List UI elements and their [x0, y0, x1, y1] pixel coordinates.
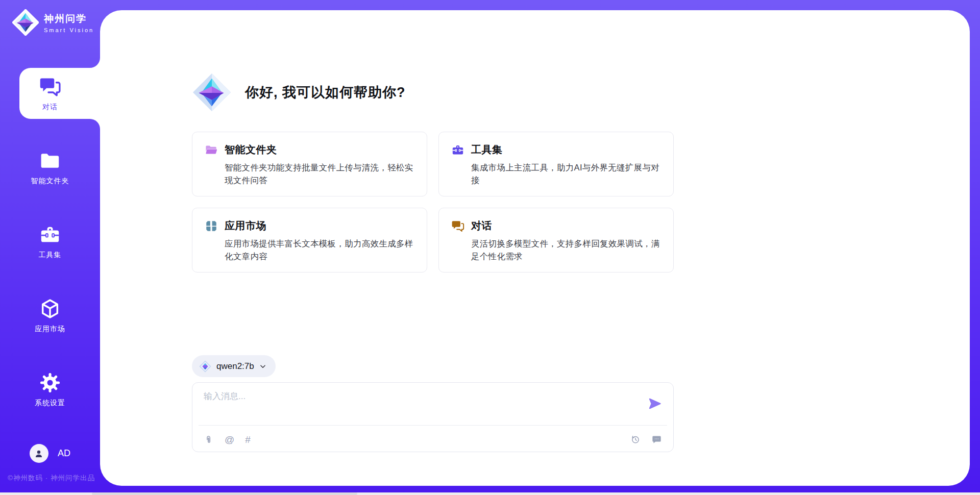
horizontal-scrollbar[interactable]: [0, 492, 980, 495]
sidebar-item-label: 对话: [42, 103, 58, 112]
card-description: 集成市场上主流工具，助力AI与外界无缝扩展与对接: [471, 161, 661, 187]
card-title: 工具集: [471, 143, 661, 157]
toolbox-icon: [39, 224, 61, 246]
message-input[interactable]: [199, 383, 638, 417]
card-body: 智能文件夹 智能文件夹功能支持批量文件上传与清洗，轻松实现文件问答: [225, 143, 414, 187]
card-app-market[interactable]: 应用市场 应用市场提供丰富长文本模板，助力高效生成多样化文章内容: [192, 208, 427, 273]
message-composer: @ #: [192, 382, 674, 452]
composer-toolbar: @ #: [199, 428, 667, 451]
user-name: AD: [58, 448, 70, 459]
chat-icon: [39, 76, 61, 98]
greeting-title: 你好, 我可以如何帮助你?: [245, 83, 406, 102]
card-body: 应用市场 应用市场提供丰富长文本模板，助力高效生成多样化文章内容: [225, 219, 414, 263]
card-body: 工具集 集成市场上主流工具，助力AI与外界无缝扩展与对接: [471, 143, 661, 187]
brand-diamond-icon: [12, 9, 39, 36]
card-body: 对话 灵活切换多模型文件，支持多样回复效果调试，满足个性化需求: [471, 219, 661, 263]
model-diamond-icon: [199, 360, 211, 373]
card-smart-folder[interactable]: 智能文件夹 智能文件夹功能支持批量文件上传与清洗，轻松实现文件问答: [192, 132, 427, 196]
hashtag-icon[interactable]: #: [245, 435, 251, 444]
send-icon[interactable]: [648, 397, 662, 411]
card-description: 灵活切换多模型文件，支持多样回复效果调试，满足个性化需求: [471, 237, 661, 263]
mention-icon[interactable]: @: [225, 435, 234, 444]
sidebar-item-label: 工具集: [39, 251, 62, 260]
brand-logo: 神州问学 Smart Vision: [12, 9, 94, 36]
card-title: 应用市场: [225, 219, 414, 233]
chevron-down-icon: [259, 363, 266, 370]
greeting: 你好, 我可以如何帮助你?: [192, 71, 406, 113]
folder-open-icon: [205, 143, 218, 187]
grid-icon: [205, 219, 218, 263]
history-icon[interactable]: [630, 434, 641, 445]
main-content: 你好, 我可以如何帮助你? 智能文件夹 智能文件夹功能支持批量文件上传与清洗，轻…: [192, 0, 674, 495]
toolbox-icon: [451, 143, 464, 187]
model-name: qwen2:7b: [216, 361, 254, 372]
scrollbar-thumb[interactable]: [92, 492, 357, 495]
chat-icon: [451, 219, 464, 263]
sidebar-item-label: 应用市场: [35, 325, 65, 334]
assistant-diamond-icon: [192, 71, 232, 113]
tab-fillet-bottom: [90, 119, 100, 129]
feedback-chat-icon[interactable]: [651, 434, 662, 445]
composer-divider: [199, 425, 667, 426]
card-title: 智能文件夹: [225, 143, 414, 157]
card-chat[interactable]: 对话 灵活切换多模型文件，支持多样回复效果调试，满足个性化需求: [438, 208, 674, 273]
copyright-text: ©神州数码 · 神州问学出品: [8, 474, 95, 483]
card-title: 对话: [471, 219, 661, 233]
folder-icon: [39, 150, 61, 172]
sidebar-item-toolset[interactable]: 工具集: [0, 216, 100, 267]
card-description: 应用市场提供丰富长文本模板，助力高效生成多样化文章内容: [225, 237, 414, 263]
model-selector[interactable]: qwen2:7b: [192, 355, 276, 377]
tab-fillet-top: [90, 58, 100, 68]
card-description: 智能文件夹功能支持批量文件上传与清洗，轻松实现文件问答: [225, 161, 414, 187]
sidebar-item-label: 系统设置: [35, 399, 65, 408]
brand-name: 神州问学: [44, 12, 94, 26]
cube-icon: [39, 298, 61, 320]
attachment-icon[interactable]: [204, 434, 214, 445]
sidebar: 神州问学 Smart Vision 对话 智能文件夹: [0, 0, 100, 495]
brand-subtitle: Smart Vision: [44, 27, 94, 33]
card-toolset[interactable]: 工具集 集成市场上主流工具，助力AI与外界无缝扩展与对接: [438, 132, 674, 196]
feature-cards: 智能文件夹 智能文件夹功能支持批量文件上传与清洗，轻松实现文件问答 工具集 集成…: [192, 132, 674, 273]
sidebar-item-settings[interactable]: 系统设置: [0, 364, 100, 415]
avatar: [30, 444, 48, 463]
sidebar-item-label: 智能文件夹: [31, 177, 69, 186]
sidebar-item-chat[interactable]: 对话: [0, 68, 100, 119]
sidebar-item-app-market[interactable]: 应用市场: [0, 290, 100, 341]
user-account[interactable]: AD: [0, 444, 100, 463]
sidebar-item-smart-folder[interactable]: 智能文件夹: [0, 142, 100, 193]
brand-text: 神州问学 Smart Vision: [44, 12, 94, 33]
gear-icon: [39, 372, 61, 394]
